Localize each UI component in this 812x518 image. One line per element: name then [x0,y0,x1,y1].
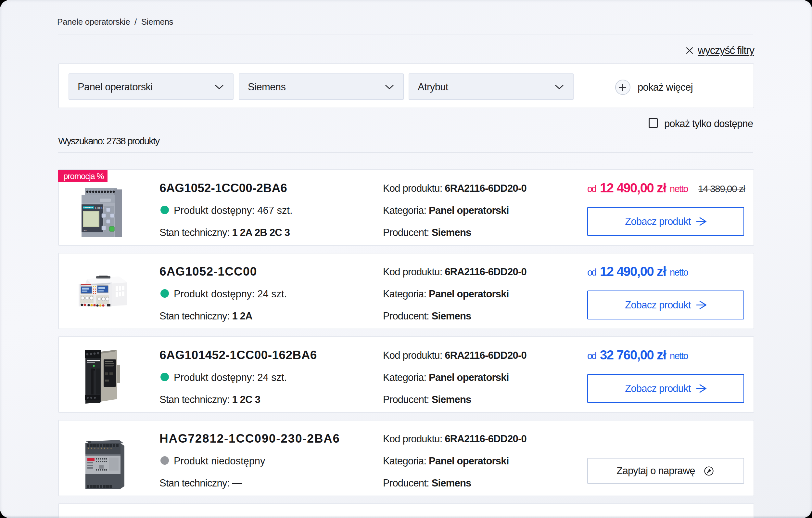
svg-text:LOGO!: LOGO! [95,206,105,210]
svg-text:SIEMENS: SIEMENS [83,206,93,209]
svg-text:LAN: LAN [83,229,87,231]
